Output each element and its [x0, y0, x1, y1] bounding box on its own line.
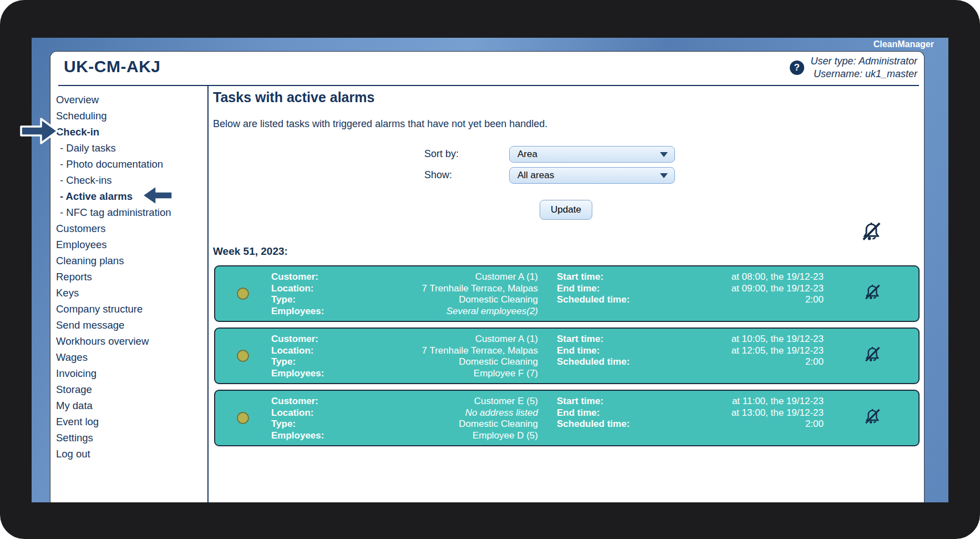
employees-value: Employee F (7) — [474, 368, 538, 380]
task-details-right: Start time:at 08:00, the 19/12-23 End ti… — [557, 271, 824, 306]
employees-value: Several employees(2) — [446, 306, 538, 318]
location-label: Location: — [271, 345, 314, 357]
sidebar-item-storage[interactable]: Storage — [56, 381, 207, 397]
sort-by-label: Sort by: — [424, 148, 459, 160]
sidebar: Overview Scheduling Check-in - Daily tas… — [50, 86, 209, 502]
location-label: Location: — [271, 283, 314, 295]
employees-label: Employees: — [271, 368, 324, 380]
location-value: 7 Trenhaile Terrace, Malpas — [422, 345, 538, 357]
start-time-label: Start time: — [557, 271, 603, 283]
task-details-right: Start time:at 11:00, the 19/12-23 End ti… — [557, 396, 824, 430]
sidebar-item-company-structure[interactable]: Company structure — [56, 301, 207, 317]
sidebar-item-daily-tasks[interactable]: - Daily tasks — [56, 140, 207, 156]
type-label: Type: — [271, 294, 296, 306]
task-select-radio[interactable] — [237, 288, 249, 300]
brand-label: CleanManager — [874, 39, 934, 49]
device-frame: CleanManager UK-CM-AKJ ? User type: Admi… — [0, 0, 980, 539]
content-area: Tasks with active alarms Below are liste… — [209, 86, 924, 502]
user-info: User type: Administrator Username: uk1_m… — [811, 55, 917, 80]
sidebar-item-reports[interactable]: Reports — [56, 269, 207, 285]
mute-all-alarms-bell-off-icon[interactable] — [859, 219, 884, 247]
show-label: Show: — [424, 169, 452, 181]
sidebar-item-check-ins[interactable]: - Check-ins — [56, 172, 207, 188]
customer-value: Customer A (1) — [475, 334, 538, 345]
bell-off-icon[interactable] — [862, 406, 883, 430]
sidebar-item-cleaning-plans[interactable]: Cleaning plans — [56, 253, 207, 269]
location-value: 7 Trenhaile Terrace, Malpas — [422, 283, 538, 295]
customer-label: Customer: — [271, 396, 318, 407]
end-time-value: at 13:00, the 19/12-23 — [732, 407, 824, 419]
help-icon[interactable]: ? — [790, 61, 804, 75]
location-value: No address listed — [465, 407, 538, 419]
start-time-value: at 08:00, the 19/12-23 — [732, 271, 824, 283]
location-label: Location: — [271, 407, 314, 419]
task-card: Customer:Customer A (1) Location:7 Trenh… — [214, 265, 920, 322]
customer-label: Customer: — [271, 271, 318, 283]
check-in-pointer-arrow-icon — [19, 116, 60, 148]
customer-value: Customer A (1) — [475, 271, 538, 283]
type-value: Domestic Cleaning — [459, 419, 538, 430]
sort-by-dropdown[interactable]: Area — [509, 146, 675, 163]
page-description: Below are listed tasks with triggered al… — [213, 118, 547, 130]
chevron-down-icon — [660, 173, 668, 178]
sidebar-item-invoicing[interactable]: Invoicing — [56, 365, 207, 381]
end-time-value: at 09:00, the 19/12-23 — [732, 283, 824, 295]
sidebar-item-keys[interactable]: Keys — [56, 285, 207, 301]
sort-by-value: Area — [517, 149, 660, 160]
active-alarms-pointer-arrow-icon — [141, 185, 174, 208]
scheduled-time-value: 2:00 — [805, 356, 824, 368]
customer-value: Customer E (5) — [474, 396, 538, 407]
panel-header: UK-CM-AKJ ? User type: Administrator Use… — [50, 52, 924, 85]
sidebar-item-send-message[interactable]: Send message — [56, 317, 207, 333]
scheduled-time-value: 2:00 — [805, 419, 824, 430]
end-time-label: End time: — [557, 345, 600, 357]
employees-label: Employees: — [271, 430, 324, 442]
customer-label: Customer: — [271, 334, 318, 345]
scheduled-time-value: 2:00 — [805, 294, 824, 306]
task-details-left: Customer:Customer A (1) Location:7 Trenh… — [271, 271, 538, 317]
sidebar-item-workhours-overview[interactable]: Workhours overview — [56, 333, 207, 349]
sidebar-item-check-in[interactable]: Check-in — [56, 124, 207, 140]
sidebar-item-wages[interactable]: Wages — [56, 349, 207, 365]
username-label: Username: uk1_master — [811, 68, 917, 80]
sidebar-item-scheduling[interactable]: Scheduling — [56, 108, 207, 124]
sidebar-item-photo-documentation[interactable]: - Photo documentation — [56, 156, 207, 172]
type-label: Type: — [271, 419, 296, 430]
sidebar-item-customers[interactable]: Customers — [56, 220, 207, 236]
sidebar-item-event-log[interactable]: Event log — [56, 414, 207, 430]
app-background: CleanManager UK-CM-AKJ ? User type: Admi… — [32, 38, 948, 502]
task-select-radio[interactable] — [237, 412, 249, 424]
sidebar-item-settings[interactable]: Settings — [56, 430, 207, 446]
task-details-left: Customer:Customer E (5) Location:No addr… — [271, 396, 538, 441]
scheduled-time-label: Scheduled time: — [557, 294, 629, 306]
user-type-label: User type: Administrator — [811, 55, 917, 68]
sidebar-item-my-data[interactable]: My data — [56, 397, 207, 414]
sidebar-item-overview[interactable]: Overview — [56, 92, 207, 108]
end-time-label: End time: — [557, 407, 600, 419]
sidebar-item-nfc-tag-administration[interactable]: - NFC tag administration — [56, 204, 207, 220]
task-select-radio[interactable] — [237, 350, 249, 362]
type-value: Domestic Cleaning — [459, 356, 538, 368]
page-title: Tasks with active alarms — [213, 89, 374, 105]
bell-off-icon[interactable] — [862, 282, 883, 305]
window-title: UK-CM-AKJ — [64, 57, 160, 76]
type-label: Type: — [271, 356, 296, 368]
end-time-label: End time: — [557, 283, 600, 295]
start-time-label: Start time: — [557, 334, 603, 345]
sidebar-item-log-out[interactable]: Log out — [56, 446, 207, 462]
type-value: Domestic Cleaning — [459, 294, 538, 306]
bell-off-icon[interactable] — [862, 344, 883, 367]
employees-value: Employee D (5) — [473, 430, 538, 442]
employees-label: Employees: — [271, 306, 324, 318]
show-value: All areas — [517, 170, 660, 181]
show-dropdown[interactable]: All areas — [509, 167, 675, 184]
start-time-value: at 11:00, the 19/12-23 — [732, 396, 824, 407]
task-details-right: Start time:at 10:05, the 19/12-23 End ti… — [557, 334, 824, 368]
scheduled-time-label: Scheduled time: — [557, 419, 629, 430]
sidebar-item-active-alarms[interactable]: - Active alarms — [56, 188, 207, 204]
start-time-label: Start time: — [557, 396, 603, 407]
week-heading: Week 51, 2023: — [213, 245, 288, 258]
end-time-value: at 12:05, the 19/12-23 — [732, 345, 824, 357]
update-button[interactable]: Update — [540, 200, 592, 220]
sidebar-item-employees[interactable]: Employees — [56, 236, 207, 253]
